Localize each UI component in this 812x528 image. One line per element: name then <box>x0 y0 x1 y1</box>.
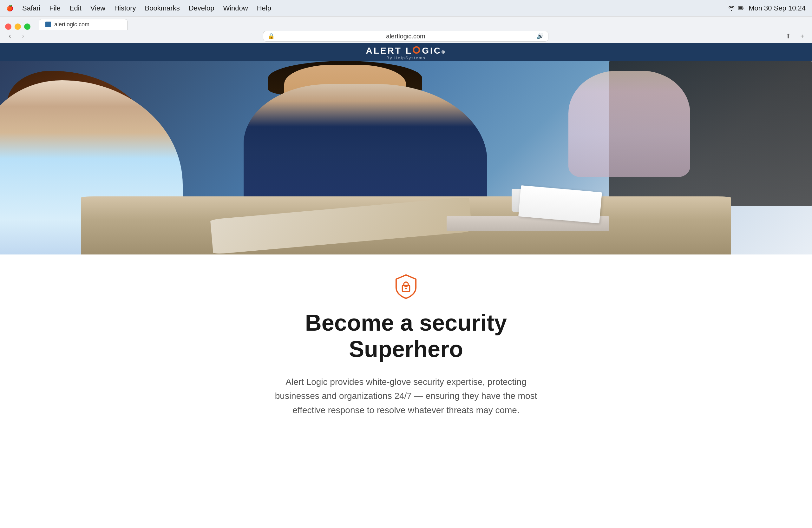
menu-view[interactable]: View <box>90 4 105 12</box>
logo-subtitle: By HelpSystems <box>386 56 425 60</box>
hero-image-section <box>0 61 812 255</box>
menu-help[interactable]: Help <box>257 4 271 12</box>
menu-history[interactable]: History <box>114 4 136 12</box>
tab-favicon <box>45 22 51 27</box>
toolbar-right: ⬆ + <box>783 31 807 41</box>
browser-toolbar: ‹ › 🔒 alertlogic.com 🔊 ⬆ + <box>0 30 812 43</box>
headline-line1: Become a security <box>305 310 507 336</box>
browser-tab-active[interactable]: alertlogic.com <box>39 19 128 30</box>
tray-icons <box>728 5 744 11</box>
share-button[interactable]: ⬆ <box>783 31 793 41</box>
svg-rect-2 <box>739 7 742 9</box>
back-button[interactable]: ‹ <box>5 31 15 41</box>
close-window-button[interactable] <box>5 24 11 30</box>
fullscreen-window-button[interactable] <box>24 24 30 30</box>
headline-line2: Superhero <box>349 336 463 362</box>
url-text: alertlogic.com <box>275 33 537 40</box>
macos-menu-bar: 🍎 Safari File Edit View History Bookmark… <box>0 0 812 16</box>
hero-subtext: Alert Logic provides white-glove securit… <box>263 375 549 417</box>
audio-icon: 🔊 <box>537 33 543 40</box>
svg-point-5 <box>405 287 407 289</box>
shield-lock-icon <box>393 273 419 299</box>
hero-background <box>0 61 812 255</box>
secure-icon: 🔒 <box>268 33 275 40</box>
logo-text-after: GIC <box>422 46 441 56</box>
menu-window[interactable]: Window <box>223 4 248 12</box>
hero-people-illustration <box>0 61 812 255</box>
address-bar[interactable]: 🔒 alertlogic.com 🔊 <box>263 31 548 42</box>
traffic-lights[interactable] <box>5 24 30 30</box>
menu-bookmarks[interactable]: Bookmarks <box>145 4 180 12</box>
wifi-icon <box>728 5 735 11</box>
alert-logic-navbar: ALERT LOGIC® By HelpSystems <box>0 43 812 61</box>
menu-file[interactable]: File <box>49 4 60 12</box>
shield-icon-wrapper <box>393 273 419 300</box>
logo-trademark: ® <box>441 49 446 55</box>
battery-icon <box>738 5 744 11</box>
add-tab-button[interactable]: + <box>797 31 807 41</box>
datetime-display: Mon 30 Sep 10:24 <box>749 4 806 12</box>
tab-bar: alertlogic.com <box>0 16 812 30</box>
logo-text-before: ALERT L <box>366 46 412 56</box>
hero-headline: Become a security Superhero <box>305 310 507 362</box>
address-bar-right-icons: 🔊 <box>537 33 543 40</box>
tab-title: alertlogic.com <box>54 21 89 28</box>
minimize-window-button[interactable] <box>15 24 21 30</box>
forward-button[interactable]: › <box>18 31 28 41</box>
logo-main-text: ALERT LOGIC® <box>366 44 446 56</box>
website-content: ALERT LOGIC® By HelpSystems <box>0 43 812 528</box>
browser-chrome: alertlogic.com ‹ › 🔒 alertlogic.com 🔊 ⬆ … <box>0 16 812 43</box>
menu-bar-left: 🍎 Safari File Edit View History Bookmark… <box>6 4 271 12</box>
menu-safari[interactable]: Safari <box>22 4 40 12</box>
menu-bar-right: Mon 30 Sep 10:24 <box>728 4 806 12</box>
meeting-table <box>81 196 731 255</box>
menu-edit[interactable]: Edit <box>70 4 82 12</box>
address-bar-icons: 🔒 <box>268 33 275 40</box>
apple-menu[interactable]: 🍎 <box>6 5 13 12</box>
alert-logic-logo: ALERT LOGIC® By HelpSystems <box>366 44 446 60</box>
logo-o-dot: O <box>412 44 422 56</box>
main-content-section: Become a security Superhero Alert Logic … <box>0 255 812 430</box>
menu-develop[interactable]: Develop <box>189 4 214 12</box>
